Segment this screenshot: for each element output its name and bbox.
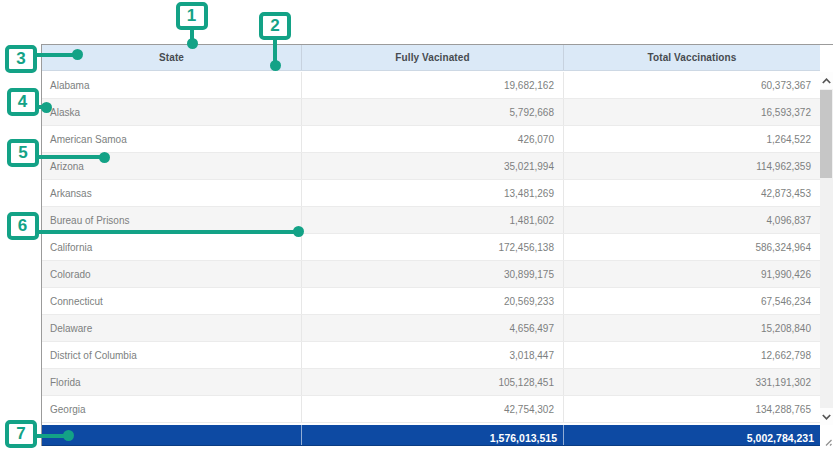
marker-6-badge: 6 (7, 212, 39, 240)
total-vaccinations-cell: 12,662,798 (563, 342, 820, 368)
table-footer-row: 1,576,013,515 5,002,784,231 (42, 425, 820, 446)
table-row[interactable]: Alaska5,792,66816,593,372 (42, 99, 820, 126)
table-row[interactable]: Arizona35,021,994114,962,359 (42, 153, 820, 180)
fully-vaccinated-cell: 172,456,138 (301, 234, 563, 260)
total-vaccinations-cell: 4,096,837 (563, 207, 820, 233)
state-cell: Florida (42, 369, 301, 395)
fully-vaccinated-cell: 426,070 (301, 126, 563, 152)
state-cell: Alaska (42, 99, 301, 125)
scroll-up-button[interactable] (820, 72, 833, 89)
marker-5-badge: 5 (7, 139, 39, 167)
total-vaccinations-cell: 15,208,840 (563, 315, 820, 341)
total-vaccinations-cell: 114,962,359 (563, 153, 820, 179)
chevron-down-icon (822, 414, 831, 420)
footer-state-cell (42, 425, 301, 445)
fully-vaccinated-cell: 1,481,602 (301, 207, 563, 233)
total-vaccinations-cell: 586,324,964 (563, 234, 820, 260)
total-vaccinations-cell: 331,191,302 (563, 369, 820, 395)
table-row[interactable]: California172,456,138586,324,964 (42, 234, 820, 261)
marker-1-dot (187, 38, 198, 49)
chevron-up-icon (822, 78, 831, 84)
state-cell: Colorado (42, 261, 301, 287)
marker-7-badge: 7 (5, 420, 37, 448)
table-body: Alabama19,682,16260,373,367Alaska5,792,6… (42, 72, 820, 423)
scroll-down-button[interactable] (820, 408, 833, 425)
fully-vaccinated-cell: 42,754,302 (301, 396, 563, 422)
screenshot-stage: State Fully Vacinated Total Vaccinations… (0, 0, 833, 453)
total-vaccinations-cell: 91,990,426 (563, 261, 820, 287)
fully-vaccinated-cell: 20,569,233 (301, 288, 563, 314)
state-cell: Delaware (42, 315, 301, 341)
table-row[interactable]: Colorado30,899,17591,990,426 (42, 261, 820, 288)
total-vaccinations-cell: 42,873,453 (563, 180, 820, 206)
state-cell: American Samoa (42, 126, 301, 152)
marker-3-dot (72, 49, 83, 60)
marker-1-badge: 1 (176, 2, 208, 30)
state-cell: California (42, 234, 301, 260)
state-cell: District of Columbia (42, 342, 301, 368)
vertical-scrollbar[interactable] (820, 72, 833, 425)
table-row[interactable]: American Samoa426,0701,264,522 (42, 126, 820, 153)
table-row[interactable]: Georgia42,754,302134,288,765 (42, 396, 820, 423)
total-vaccinations-cell: 60,373,367 (563, 72, 820, 98)
marker-4-dot (41, 102, 52, 113)
marker-2-badge: 2 (259, 12, 291, 40)
total-vaccinations-cell: 67,546,234 (563, 288, 820, 314)
column-header-total-vaccinations[interactable]: Total Vaccinations (563, 45, 820, 70)
table-row[interactable]: Alabama19,682,16260,373,367 (42, 72, 820, 99)
fully-vaccinated-cell: 4,656,497 (301, 315, 563, 341)
total-vaccinations-cell: 16,593,372 (563, 99, 820, 125)
marker-5-dot (99, 152, 110, 163)
table-row[interactable]: Florida105,128,451331,191,302 (42, 369, 820, 396)
table-row[interactable]: Delaware4,656,49715,208,840 (42, 315, 820, 342)
marker-6-dot (293, 226, 304, 237)
state-cell: Alabama (42, 72, 301, 98)
table-row[interactable]: Connecticut20,569,23367,546,234 (42, 288, 820, 315)
fully-vaccinated-cell: 35,021,994 (301, 153, 563, 179)
footer-total-vaccinations-total: 5,002,784,231 (563, 425, 820, 445)
fully-vaccinated-cell: 13,481,269 (301, 180, 563, 206)
marker-4-badge: 4 (7, 88, 39, 116)
table-header-row: State Fully Vacinated Total Vaccinations (42, 45, 820, 71)
state-cell: Georgia (42, 396, 301, 422)
fully-vaccinated-cell: 5,792,668 (301, 99, 563, 125)
table-row[interactable]: Arkansas13,481,26942,873,453 (42, 180, 820, 207)
fully-vaccinated-cell: 3,018,447 (301, 342, 563, 368)
footer-fully-vaccinated-total: 1,576,013,515 (301, 425, 563, 445)
marker-7-dot (63, 430, 74, 441)
marker-3-badge: 3 (5, 45, 37, 73)
state-cell: Connecticut (42, 288, 301, 314)
resize-grip-icon[interactable] (820, 434, 833, 447)
scrollbar-thumb[interactable] (820, 90, 832, 178)
fully-vaccinated-cell: 19,682,162 (301, 72, 563, 98)
marker-2-dot (270, 60, 281, 71)
total-vaccinations-cell: 134,288,765 (563, 396, 820, 422)
fully-vaccinated-cell: 30,899,175 (301, 261, 563, 287)
table-row[interactable]: District of Columbia3,018,44712,662,798 (42, 342, 820, 369)
fully-vaccinated-cell: 105,128,451 (301, 369, 563, 395)
marker-5-stem (38, 155, 105, 159)
state-cell: Arkansas (42, 180, 301, 206)
marker-6-stem (37, 230, 299, 234)
total-vaccinations-cell: 1,264,522 (563, 126, 820, 152)
column-header-fully-vaccinated[interactable]: Fully Vacinated (301, 45, 563, 70)
